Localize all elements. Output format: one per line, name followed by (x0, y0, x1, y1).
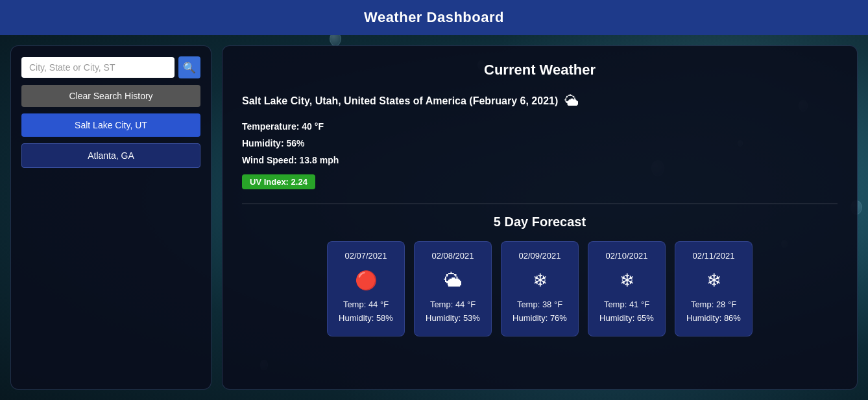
forecast-humidity: Humidity: 53% (422, 313, 483, 323)
forecast-card: 02/10/2021 ❄ Temp: 41 °F Humidity: 65% (588, 241, 666, 336)
forecast-temp: Temp: 44 °F (335, 300, 396, 309)
forecast-card: 02/07/2021 🔴 Temp: 44 °F Humidity: 58% (327, 241, 405, 336)
forecast-temp: Temp: 44 °F (422, 300, 483, 309)
app-header: Weather Dashboard (0, 0, 868, 35)
forecast-temp: Temp: 41 °F (596, 300, 657, 309)
forecast-icon: 🔴 (335, 268, 396, 292)
uv-index-badge: UV Index: 2.24 (242, 174, 315, 189)
search-button[interactable]: 🔍 (178, 56, 200, 78)
history-item-atlanta[interactable]: Atlanta, GA (21, 143, 200, 168)
forecast-date: 02/09/2021 (509, 251, 570, 261)
weather-panel: Current Weather Salt Lake City, Utah, Un… (222, 45, 858, 390)
app-title: Weather Dashboard (364, 9, 504, 25)
weather-stats: Temperature: 40 °F Humidity: 56% Wind Sp… (242, 121, 838, 193)
humidity-stat: Humidity: 56% (242, 138, 838, 148)
clear-history-button[interactable]: Clear Search History (21, 85, 200, 107)
forecast-humidity: Humidity: 86% (683, 313, 744, 323)
sidebar: 🔍 Clear Search History Salt Lake City, U… (10, 45, 211, 390)
forecast-date: 02/07/2021 (335, 251, 396, 261)
forecast-icon: ❄ (509, 268, 570, 292)
forecast-temp: Temp: 28 °F (683, 300, 744, 309)
forecast-card: 02/11/2021 ❄ Temp: 28 °F Humidity: 86% (675, 241, 753, 336)
forecast-icon: 🌥 (422, 268, 483, 292)
forecast-date: 02/08/2021 (422, 251, 483, 261)
forecast-cards: 02/07/2021 🔴 Temp: 44 °F Humidity: 58% 0… (242, 241, 838, 336)
forecast-title: 5 Day Forecast (242, 215, 838, 229)
main-content: 🔍 Clear Search History Salt Lake City, U… (0, 35, 868, 400)
forecast-humidity: Humidity: 76% (509, 313, 570, 323)
history-item-slc[interactable]: Salt Lake City, UT (21, 113, 200, 137)
forecast-date: 02/10/2021 (596, 251, 657, 261)
city-row: Salt Lake City, Utah, United States of A… (242, 93, 838, 110)
forecast-icon: ❄ (596, 268, 657, 292)
section-divider (242, 204, 838, 204)
forecast-card: 02/09/2021 ❄ Temp: 38 °F Humidity: 76% (501, 241, 579, 336)
temperature-stat: Temperature: 40 °F (242, 121, 838, 132)
forecast-humidity: Humidity: 65% (596, 313, 657, 323)
cloud-icon: 🌥 (564, 93, 579, 110)
forecast-card: 02/08/2021 🌥 Temp: 44 °F Humidity: 53% (414, 241, 492, 336)
current-weather-title: Current Weather (242, 62, 838, 78)
forecast-date: 02/11/2021 (683, 251, 744, 261)
city-name: Salt Lake City, Utah, United States of A… (242, 95, 558, 107)
forecast-icon: ❄ (683, 268, 744, 292)
search-input[interactable] (21, 57, 175, 78)
wind-speed-stat: Wind Speed: 13.8 mph (242, 155, 838, 165)
forecast-humidity: Humidity: 58% (335, 313, 396, 323)
forecast-temp: Temp: 38 °F (509, 300, 570, 309)
search-icon: 🔍 (183, 62, 196, 74)
search-row: 🔍 (21, 56, 200, 78)
